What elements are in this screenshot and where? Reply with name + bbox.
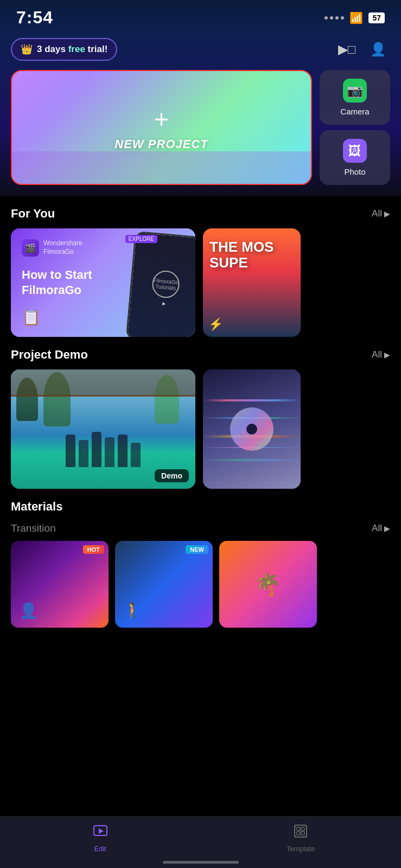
for-you-section: For You All ▶ 🎬 Wondershare [0,196,401,337]
materials-title: Materials [11,489,390,517]
video-library-button[interactable]: ▶□ [335,37,359,61]
signal-icon [324,16,344,20]
chevron-right-icon-2: ▶ [384,350,390,359]
material-card-new[interactable]: 🚶 NEW [115,541,213,628]
time-display: 7:54 [16,8,53,28]
super-card-text: THE MOS SUPE [209,239,273,270]
side-buttons: 📷 Camera 🖼 Photo [320,70,390,185]
pool-demo-card[interactable]: Demo [11,369,195,489]
figure-icon-2: 🚶 [123,602,142,620]
photo-label: Photo [344,167,365,176]
nav-edit[interactable]: Edit [0,824,201,853]
materials-section: Materials Transition All ▶ 👤 HOT [0,489,401,628]
template-nav-label: Template [287,845,315,853]
header-top: 👑 3 days free trial! ▶□ 👤 [11,37,390,61]
project-demo-header: Project Demo All ▶ [11,337,390,369]
chevron-right-icon-3: ▶ [384,524,390,533]
hot-badge: HOT [83,545,104,554]
main-row: + NEW PROJECT 📷 Camera 🖼 Photo [11,70,390,185]
transition-title: Transition [11,522,56,534]
battery-indicator: 57 [368,12,385,23]
filmora-logo-icon: 🎬 [22,239,39,257]
svg-rect-2 [295,825,307,837]
explore-badge: EXPLORE [125,235,157,243]
svg-rect-3 [295,825,307,837]
new-project-button[interactable]: + NEW PROJECT [11,70,312,185]
edit-nav-label: Edit [94,845,106,853]
main-content: For You All ▶ 🎬 Wondershare [0,196,401,682]
project-demo-cards: Demo [11,369,390,489]
bottom-nav: Edit Template [0,816,401,868]
wifi-icon: 📶 [349,11,363,24]
phone-mockup: FilmoraGoTutorials ▶ [126,231,195,337]
materials-cards: 👤 HOT 🚶 NEW 🌴 [11,541,390,628]
svg-rect-7 [301,832,304,835]
for-you-cards: 🎬 Wondershare FilmoraGo How to Start Fil… [11,228,390,337]
status-bar: 7:54 📶 57 [0,0,401,32]
nav-template[interactable]: Template [201,824,402,853]
camera-icon: 📷 [343,79,367,103]
material-card-hot[interactable]: 👤 HOT [11,541,109,628]
svg-marker-1 [99,828,104,834]
project-demo-section: Project Demo All ▶ [0,337,401,489]
chevron-right-icon: ▶ [384,209,390,218]
for-you-all-button[interactable]: All ▶ [372,208,390,219]
transition-header: Transition All ▶ [11,517,390,541]
holo-demo-card[interactable] [203,369,301,489]
camera-button[interactable]: 📷 Camera [320,70,390,125]
for-you-header: For You All ▶ [11,196,390,228]
demo-badge: Demo [155,469,189,482]
tutorial-card[interactable]: 🎬 Wondershare FilmoraGo How to Start Fil… [11,228,195,337]
material-card-3[interactable]: 🌴 [219,541,317,628]
project-demo-all-button[interactable]: All ▶ [372,349,390,360]
pergola [11,369,195,397]
trial-text: 3 days free trial! [37,44,107,55]
transition-all-button[interactable]: All ▶ [372,523,390,534]
app-container: 7:54 📶 57 👑 3 days free trial! ▶□ 👤 [0,0,401,682]
status-icons: 📶 57 [324,11,385,24]
crown-icon: 👑 [21,43,33,55]
photo-icon: 🖼 [343,139,367,163]
project-demo-title: Project Demo [11,348,88,362]
profile-button[interactable]: 👤 [366,37,390,61]
template-nav-icon [293,824,308,843]
trial-badge[interactable]: 👑 3 days free trial! [11,38,117,61]
header-area: 👑 3 days free trial! ▶□ 👤 + NEW PROJECT … [0,32,401,196]
home-indicator [163,861,239,864]
palm-icon: 🌴 [254,572,282,597]
for-you-title: For You [11,207,55,221]
svg-rect-5 [301,827,304,831]
svg-rect-6 [297,832,300,835]
photo-button[interactable]: 🖼 Photo [320,130,390,185]
svg-rect-4 [297,827,300,831]
header-actions: ▶□ 👤 [335,37,390,61]
plus-icon: + [154,104,169,134]
super-card-icon: ⚡ [208,317,223,331]
new-badge: NEW [186,545,208,554]
camera-label: Camera [340,107,369,116]
super-card[interactable]: THE MOS SUPE ⚡ [203,228,301,337]
new-project-label: NEW PROJECT [114,137,208,151]
edit-nav-icon [93,824,108,843]
